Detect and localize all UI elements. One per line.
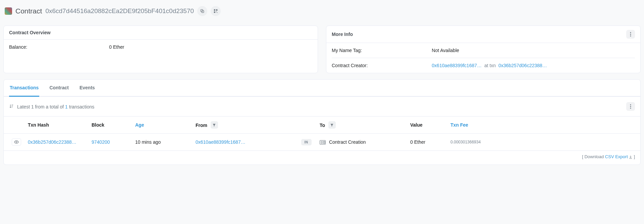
- col-block: Block: [88, 117, 132, 134]
- to-value: Contract Creation: [329, 139, 366, 145]
- name-tag-value: Not Available: [432, 48, 635, 53]
- table-footer: [ Download CSV Export ]: [4, 151, 640, 165]
- col-value: Value: [407, 117, 447, 134]
- creator-txn-link[interactable]: 0x36b257d06c22388…: [498, 63, 547, 68]
- from-address-link[interactable]: 0x610ae88399fc1687…: [196, 139, 246, 145]
- creator-address-link[interactable]: 0x610ae88399fc1687…: [432, 63, 482, 68]
- svg-point-9: [630, 36, 631, 37]
- col-to-label: To: [320, 123, 325, 128]
- download-suffix: ]: [633, 154, 635, 159]
- qr-code-button[interactable]: [211, 6, 221, 16]
- contract-overview-card: Contract Overview Balance: 0 Ether: [3, 26, 318, 73]
- svg-point-14: [630, 106, 631, 107]
- download-prefix: [ Download: [582, 154, 605, 159]
- transactions-table: Txn Hash Block Age From To Value: [4, 116, 640, 151]
- at-txn-text: at txn: [484, 63, 496, 68]
- download-icon: [629, 155, 633, 159]
- tab-contract[interactable]: Contract: [49, 80, 69, 97]
- transactions-card: Transactions Contract Events Latest 1 fr…: [3, 79, 641, 165]
- contract-overview-title: Contract Overview: [4, 26, 318, 40]
- svg-point-8: [630, 34, 631, 35]
- block-link[interactable]: 9740200: [92, 139, 110, 145]
- sort-icon: [9, 104, 15, 109]
- svg-rect-5: [216, 11, 217, 12]
- name-tag-row: My Name Tag: Not Available: [332, 43, 635, 58]
- col-from: From: [192, 117, 296, 134]
- svg-point-16: [16, 141, 17, 143]
- page-title-label: Contract: [15, 7, 42, 15]
- name-tag-label: My Name Tag:: [332, 48, 432, 53]
- creator-row: Contract Creator: 0x610ae88399fc1687… at…: [332, 58, 635, 73]
- svg-rect-4: [214, 11, 215, 13]
- col-from-label: From: [196, 123, 207, 128]
- contract-identicon: [5, 7, 12, 15]
- svg-rect-21: [323, 141, 325, 143]
- list-summary-suffix: transactions: [68, 104, 94, 109]
- transactions-menu-button[interactable]: [626, 102, 635, 111]
- svg-rect-6: [217, 12, 218, 13]
- balance-label: Balance:: [9, 44, 109, 50]
- csv-export-label: CSV Export: [605, 154, 628, 159]
- from-filter-button[interactable]: [211, 121, 218, 129]
- page-header: Contract 0x6cd7d44516a20882cEa2DE9f205bF…: [3, 3, 641, 19]
- balance-value: 0 Ether: [109, 44, 312, 50]
- more-info-menu-button[interactable]: [626, 30, 635, 39]
- tab-transactions[interactable]: Transactions: [9, 80, 39, 97]
- more-info-card: More Info My Name Tag: Not Available Con…: [326, 26, 641, 73]
- contract-creation-icon: [320, 140, 326, 145]
- page-title-address: 0x6cd7d44516a20882cEa2DE9f205bF401c0d235…: [45, 7, 194, 15]
- svg-rect-2: [214, 9, 215, 11]
- txn-age: 10 mins ago: [132, 134, 192, 151]
- info-cards-row: Contract Overview Balance: 0 Ether More …: [3, 26, 641, 73]
- to-filter-button[interactable]: [328, 121, 336, 129]
- table-row: 0x36b257d06c22388… 9740200 10 mins ago 0…: [4, 134, 640, 151]
- tabs: Transactions Contract Events: [4, 80, 640, 97]
- txn-fee: 0.000301366934: [447, 134, 640, 151]
- txn-value: 0 Ether: [407, 134, 447, 151]
- view-txn-details-button[interactable]: [12, 138, 21, 146]
- svg-point-15: [630, 108, 631, 109]
- col-age[interactable]: Age: [132, 117, 192, 134]
- col-to: To: [316, 117, 407, 134]
- list-meta-row: Latest 1 from a total of 1 transactions: [4, 97, 640, 116]
- svg-rect-3: [216, 9, 217, 11]
- more-info-title: More Info: [332, 32, 353, 37]
- balance-row: Balance: 0 Ether: [9, 40, 312, 54]
- copy-address-button[interactable]: [197, 6, 207, 16]
- tab-events[interactable]: Events: [79, 80, 96, 97]
- svg-point-7: [630, 32, 631, 33]
- list-summary-prefix: Latest 1 from a total of: [17, 104, 65, 109]
- csv-export-link[interactable]: CSV Export: [605, 154, 633, 159]
- col-txn-hash: Txn Hash: [24, 117, 88, 134]
- txn-hash-link[interactable]: 0x36b257d06c22388…: [28, 139, 76, 145]
- svg-point-13: [630, 104, 631, 105]
- list-summary-count[interactable]: 1: [65, 104, 68, 109]
- direction-badge: IN: [301, 139, 312, 145]
- creator-label: Contract Creator:: [332, 63, 432, 68]
- col-txn-fee[interactable]: Txn Fee: [447, 117, 640, 134]
